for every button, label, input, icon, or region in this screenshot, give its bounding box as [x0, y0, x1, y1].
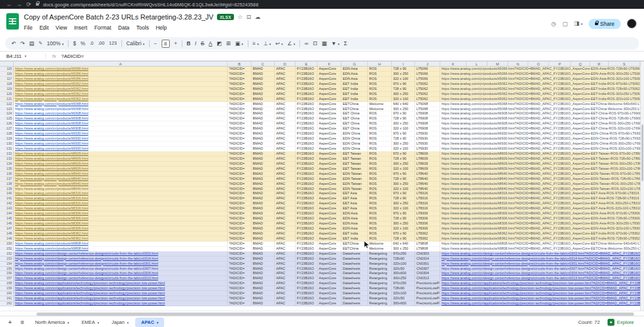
- cell-code[interactable]: LT5062: [415, 87, 440, 91]
- cell-code[interactable]: CN0303: [415, 252, 440, 256]
- cell-placement[interactable]: Welcome: [368, 241, 392, 246]
- cell-publication[interactable]: EET Asia: [341, 191, 368, 196]
- cell-publication[interactable]: EDN China: [341, 141, 368, 146]
- cell-campaign[interactable]: FY23B16O: [296, 196, 318, 201]
- cell-bmad[interactable]: BMAD: [252, 121, 275, 126]
- cell-publication[interactable]: EET Taiwan: [341, 162, 368, 166]
- cell-campaign[interactable]: FY23B16O: [296, 72, 318, 76]
- row-header[interactable]: 116: [0, 72, 14, 76]
- cell-url[interactable]: https://www.analog.com/cn/products/lt980…: [14, 241, 228, 246]
- cell-region[interactable]: APAC: [275, 286, 296, 291]
- cell-placement[interactable]: Welcome: [368, 247, 392, 251]
- cell-code[interactable]: LT8306: [415, 216, 440, 221]
- cell-bmad[interactable]: BMAD: [252, 162, 275, 166]
- cell-region[interactable]: APAC: [275, 267, 296, 271]
- cell-publication[interactable]: EET China: [341, 111, 368, 116]
- row-header[interactable]: 115: [0, 67, 14, 71]
- cell-full-tracking-url[interactable]: https://www.analog.com/cn/products/lt831…: [440, 191, 644, 196]
- row-header[interactable]: 139: [0, 187, 14, 191]
- cell-ad-size[interactable]: 728 x 90: [392, 177, 415, 181]
- cell-bmad[interactable]: BMAD: [252, 87, 275, 91]
- sheet-tab-apac[interactable]: APAC▾: [135, 318, 164, 327]
- cell-publication[interactable]: EET Taiwan: [341, 157, 368, 161]
- cell-code[interactable]: LT6930: [415, 147, 440, 151]
- cell-campaign[interactable]: FY23B16O: [296, 267, 318, 271]
- cell-brand[interactable]: AspenCore: [318, 286, 341, 291]
- row-header[interactable]: 123: [0, 107, 14, 111]
- cell-ad-size[interactable]: 728 x 90: [392, 67, 415, 71]
- cell-placement[interactable]: ROS: [368, 236, 392, 241]
- cell-placement[interactable]: Retargeting: [368, 271, 392, 275]
- cell-region[interactable]: APAC: [275, 152, 296, 156]
- cell-adicid[interactable]: ?ADICID=: [228, 211, 252, 216]
- cell-ad-size[interactable]: 300 x 250: [392, 221, 415, 226]
- cell-bmad[interactable]: BMAD: [252, 262, 275, 266]
- cell-campaign[interactable]: FY23B16O: [296, 296, 318, 301]
- cell-ad-size[interactable]: 728 x 90: [392, 87, 415, 91]
- cell-publication[interactable]: EDN Asia: [341, 77, 368, 81]
- cell-bmad[interactable]: BMAD: [252, 196, 275, 201]
- cell-full-tracking-url[interactable]: https://www.analog.com/cn/products/lt506…: [440, 72, 644, 76]
- cell-ad-size[interactable]: 320 x 100: [392, 97, 415, 101]
- cell-bmad[interactable]: BMAD: [252, 147, 275, 151]
- cell-placement[interactable]: Retargeting: [368, 291, 392, 296]
- explore-button[interactable]: ✦ Explore: [608, 319, 634, 326]
- cell-brand[interactable]: AspenCore: [318, 182, 341, 186]
- row-header[interactable]: 129: [0, 136, 14, 141]
- cell-placement[interactable]: Retargeting: [368, 257, 392, 261]
- cell-bmad[interactable]: BMAD: [252, 286, 275, 291]
- cell-brand[interactable]: AspenCore: [318, 111, 341, 116]
- cell-publication[interactable]: EDN Asia: [341, 67, 368, 71]
- cell-full-tracking-url[interactable]: https://www.analog.com/cn/design-center/…: [440, 252, 644, 256]
- cell-brand[interactable]: AspenCore: [318, 231, 341, 236]
- cell-full-tracking-url[interactable]: https://www.analog.com/cn/products/lt860…: [440, 157, 644, 161]
- cell-full-tracking-url[interactable]: https://www.analog.com/cn/products/lt693…: [440, 141, 644, 146]
- column-header-G[interactable]: G: [341, 62, 368, 66]
- cell-campaign[interactable]: FY23B16O: [296, 281, 318, 285]
- borders-icon[interactable]: ⊞: [226, 38, 231, 49]
- cell-publication[interactable]: EDN Asia: [341, 226, 368, 231]
- cell-url[interactable]: https://www.analog.com/cn/applications/t…: [14, 286, 228, 291]
- cell-url[interactable]: https://www.analog.com/cn/products/lt860…: [14, 162, 228, 166]
- cell-url[interactable]: https://www.analog.com/cn/products/lt506…: [14, 97, 228, 101]
- vertical-scrollbar[interactable]: [640, 62, 644, 311]
- cell-campaign[interactable]: FY23B16O: [296, 221, 318, 226]
- cell-code[interactable]: LT6908: [415, 116, 440, 121]
- cell-publication[interactable]: EDN Taiwan: [341, 182, 368, 186]
- cell-placement[interactable]: ROS: [368, 191, 392, 196]
- cell-url[interactable]: https://www.analog.com/cn/design-center/…: [14, 267, 228, 271]
- row-header[interactable]: 133: [0, 157, 14, 161]
- cell-ad-size[interactable]: 970 x 90: [392, 82, 415, 86]
- cell-region[interactable]: APAC: [275, 231, 296, 236]
- cell-region[interactable]: APAC: [275, 92, 296, 96]
- row-header[interactable]: 157: [0, 276, 14, 280]
- browser-url[interactable]: docs.google.com/spreadsheets/d/1nuRCKnIR…: [43, 2, 258, 8]
- cell-publication[interactable]: EET India: [341, 97, 368, 101]
- cell-adicid[interactable]: ?ADICID=: [228, 77, 252, 81]
- cell-code[interactable]: LT8362: [415, 231, 440, 236]
- cell-adicid[interactable]: ?ADICID=: [228, 191, 252, 196]
- cell-adicid[interactable]: ?ADICID=: [228, 87, 252, 91]
- cell-url[interactable]: https://www.analog.com/cn/products/lt690…: [14, 116, 228, 121]
- cell-brand[interactable]: AspenCore: [318, 281, 341, 285]
- cell-ad-size[interactable]: 300 x 250: [392, 92, 415, 96]
- cell-publication[interactable]: EDN Taiwan: [341, 187, 368, 191]
- cell-adicid[interactable]: ?ADICID=: [228, 301, 252, 306]
- insert-comment-icon[interactable]: ⊡: [313, 38, 317, 49]
- cell-placement[interactable]: ROS: [368, 216, 392, 221]
- cell-publication[interactable]: EDN Asia: [341, 211, 368, 216]
- cell-brand[interactable]: AspenCore: [318, 241, 341, 246]
- cell-campaign[interactable]: FY23B16O: [296, 107, 318, 111]
- cell-region[interactable]: APAC: [275, 182, 296, 186]
- cell-campaign[interactable]: FY23B16O: [296, 102, 318, 106]
- cell-region[interactable]: APAC: [275, 111, 296, 116]
- cell-placement[interactable]: ROS: [368, 131, 392, 136]
- cell-ad-size[interactable]: 300 x 250: [392, 121, 415, 126]
- cell-full-tracking-url[interactable]: https://www.analog.com/cn/products/lt980…: [440, 247, 644, 251]
- cell-campaign[interactable]: FY23B16O: [296, 87, 318, 91]
- cell-brand[interactable]: AspenCore: [318, 291, 341, 296]
- functions-icon[interactable]: Σ: [344, 38, 347, 49]
- cell-placement[interactable]: ROS: [368, 136, 392, 141]
- cell-campaign[interactable]: FY23B16O: [296, 111, 318, 116]
- cell-region[interactable]: APAC: [275, 276, 296, 280]
